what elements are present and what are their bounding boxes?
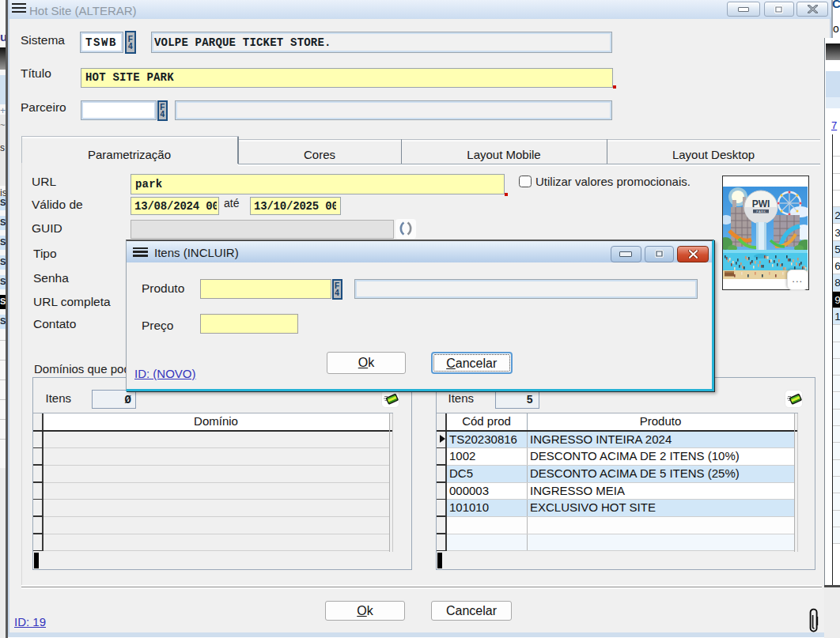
- svg-text:PWI: PWI: [752, 198, 770, 210]
- svg-text:P A R K: P A R K: [756, 210, 766, 213]
